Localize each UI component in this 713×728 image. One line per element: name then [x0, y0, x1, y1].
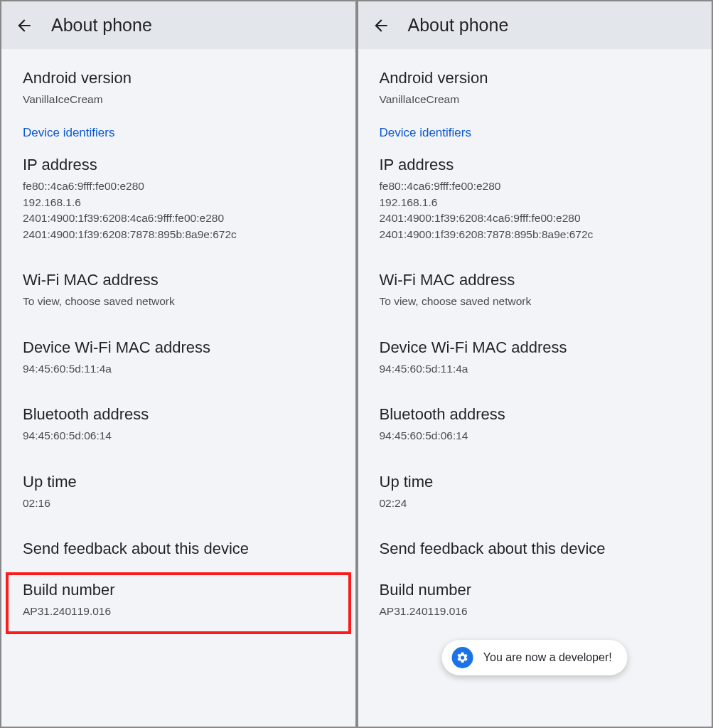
topbar: About phone — [1, 1, 355, 49]
item-value: VanillaIceCream — [23, 92, 334, 107]
item-title: IP address — [380, 156, 691, 174]
item-title: Android version — [23, 69, 334, 87]
item-bluetooth-address[interactable]: Bluetooth address 94:45:60:5d:06:14 — [380, 405, 691, 444]
item-value: 94:45:60:5d:11:4a — [23, 361, 334, 377]
item-send-feedback[interactable]: Send feedback about this device — [23, 540, 334, 558]
item-title: Android version — [380, 69, 691, 87]
page-title: About phone — [408, 15, 509, 36]
gear-icon — [452, 647, 473, 668]
item-build-number[interactable]: Build number AP31.240119.016 — [380, 577, 691, 629]
left-panel: About phone Android version VanillaIceCr… — [1, 1, 355, 727]
item-title: IP address — [23, 156, 334, 174]
content: Android version VanillaIceCream Device i… — [358, 49, 712, 630]
item-build-number[interactable]: Build number AP31.240119.016 — [23, 577, 334, 629]
item-send-feedback[interactable]: Send feedback about this device — [380, 540, 691, 558]
item-device-wifi-mac[interactable]: Device Wi-Fi MAC address 94:45:60:5d:11:… — [23, 338, 334, 377]
page-title: About phone — [51, 15, 152, 36]
item-value: 94:45:60:5d:06:14 — [380, 428, 691, 444]
item-value: To view, choose saved network — [380, 294, 691, 309]
item-android-version[interactable]: Android version VanillaIceCream — [380, 69, 691, 107]
item-android-version[interactable]: Android version VanillaIceCream — [23, 69, 334, 107]
item-title: Wi-Fi MAC address — [380, 271, 691, 289]
item-title: Wi-Fi MAC address — [23, 271, 334, 289]
item-value: AP31.240119.016 — [23, 604, 334, 619]
item-value: 02:24 — [380, 496, 691, 511]
back-button[interactable] — [371, 16, 391, 36]
item-title: Device Wi-Fi MAC address — [23, 338, 334, 357]
section-header-device-identifiers: Device identifiers — [23, 126, 334, 140]
item-value: 94:45:60:5d:06:14 — [23, 428, 334, 444]
item-title: Build number — [380, 581, 691, 599]
item-title: Build number — [23, 581, 334, 599]
section-header-device-identifiers: Device identifiers — [380, 126, 691, 140]
item-wifi-mac[interactable]: Wi-Fi MAC address To view, choose saved … — [23, 271, 334, 309]
item-value: fe80::4ca6:9fff:fe00:e280 192.168.1.6 24… — [380, 178, 691, 242]
item-bluetooth-address[interactable]: Bluetooth address 94:45:60:5d:06:14 — [23, 405, 334, 444]
item-value: 02:16 — [23, 496, 334, 511]
item-uptime[interactable]: Up time 02:24 — [380, 473, 691, 511]
toast-text: You are now a developer! — [483, 651, 612, 664]
item-title: Device Wi-Fi MAC address — [380, 338, 691, 357]
topbar: About phone — [358, 1, 712, 49]
item-value: fe80::4ca6:9fff:fe00:e280 192.168.1.6 24… — [23, 178, 334, 242]
arrow-left-icon — [372, 16, 390, 35]
item-ip-address[interactable]: IP address fe80::4ca6:9fff:fe00:e280 192… — [23, 156, 334, 242]
item-uptime[interactable]: Up time 02:16 — [23, 473, 334, 511]
item-ip-address[interactable]: IP address fe80::4ca6:9fff:fe00:e280 192… — [380, 156, 691, 242]
item-value: 94:45:60:5d:11:4a — [380, 361, 691, 377]
item-value: VanillaIceCream — [380, 92, 691, 107]
item-title: Up time — [380, 473, 691, 491]
item-title: Up time — [23, 473, 334, 491]
arrow-left-icon — [15, 16, 33, 35]
item-title: Bluetooth address — [23, 405, 334, 424]
right-panel: About phone Android version VanillaIceCr… — [358, 1, 712, 727]
item-device-wifi-mac[interactable]: Device Wi-Fi MAC address 94:45:60:5d:11:… — [380, 338, 691, 377]
back-button[interactable] — [14, 16, 34, 36]
item-title: Bluetooth address — [380, 405, 691, 424]
content: Android version VanillaIceCream Device i… — [1, 49, 355, 630]
item-value: To view, choose saved network — [23, 294, 334, 309]
item-value: AP31.240119.016 — [380, 604, 691, 619]
developer-toast: You are now a developer! — [442, 640, 628, 675]
item-wifi-mac[interactable]: Wi-Fi MAC address To view, choose saved … — [380, 271, 691, 309]
